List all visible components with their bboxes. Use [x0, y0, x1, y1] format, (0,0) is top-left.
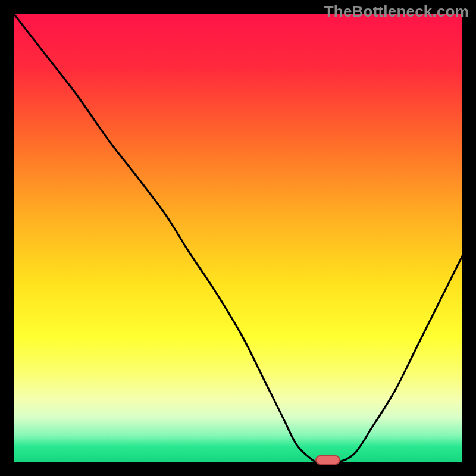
optimal-marker	[315, 455, 340, 465]
bottleneck-chart	[14, 14, 462, 462]
chart-frame: TheBottleneck.com	[0, 0, 476, 476]
watermark-label: TheBottleneck.com	[324, 2, 469, 21]
gradient-background	[14, 14, 462, 462]
